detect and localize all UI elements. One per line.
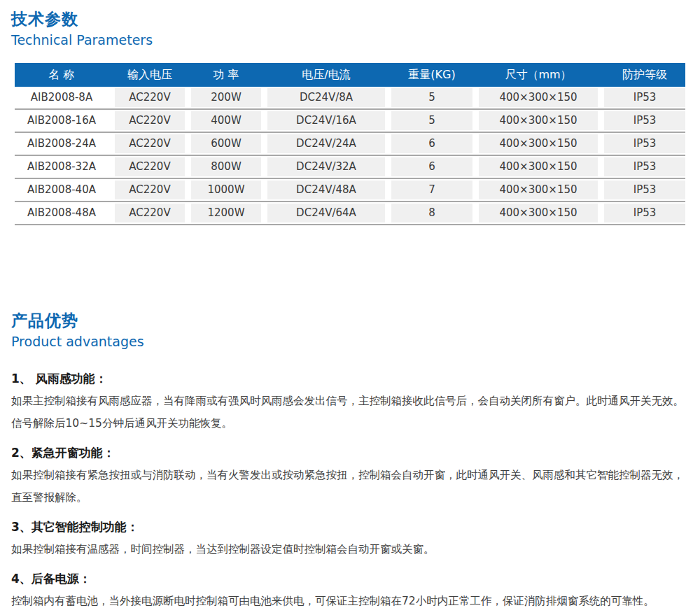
advantage-item: 1、 风雨感功能： 如果主控制箱接有风雨感应器，当有降雨或有强风时风雨感会发出信… — [11, 369, 689, 434]
column-header: 名 称 — [15, 68, 108, 83]
table-cell: AC220V — [115, 204, 185, 222]
row-separator — [15, 178, 685, 179]
advantage-body: 如果控制箱接有紧急按扭或与消防联动，当有火警发出或按动紧急按扭，控制箱会自动开窗… — [11, 464, 689, 509]
table-cell: AC220V — [115, 181, 185, 199]
column-header: 尺寸（mm） — [479, 68, 598, 83]
table-cell: AIB2008-24A — [15, 134, 108, 153]
column-header: 功 率 — [191, 68, 261, 83]
advantage-heading: 2、紧急开窗功能： — [11, 444, 689, 462]
product-advantages-section-header: 产品优势 Product advantages — [0, 225, 700, 351]
table-cell: DC24V/64A — [267, 204, 385, 222]
technical-parameters-table: 名 称输入电压功 率电压/电流重量(KG)尺寸（mm）防护等级 AIB2008-… — [15, 63, 685, 225]
advantage-body: 控制箱内有蓄电池，当外接电源断电时控制箱可由电池来供电，可保证主控制箱在72小时… — [11, 590, 689, 608]
table-cell: AIB2008-40A — [15, 181, 108, 199]
column-header: 重量(KG) — [391, 68, 472, 83]
table-cell: 400×300×150 — [479, 157, 598, 176]
table-cell: AIB2008-32A — [15, 157, 108, 176]
table-cell: 400×300×150 — [479, 204, 598, 222]
advantage-item: 2、紧急开窗功能： 如果控制箱接有紧急按扭或与消防联动，当有火警发出或按动紧急按… — [11, 444, 689, 509]
table-cell: 7 — [391, 181, 472, 199]
table-row: AIB2008-24AAC220V600WDC24V/24A6400×300×1… — [15, 134, 685, 153]
table-cell: IP53 — [604, 88, 685, 107]
table-cell: AC220V — [115, 111, 185, 130]
table-cell: IP53 — [604, 204, 685, 222]
table-cell: 5 — [391, 88, 472, 107]
table-row: AIB2008-40AAC220V1000WDC24V/48A7400×300×… — [15, 181, 685, 199]
table-cell: 400×300×150 — [479, 88, 598, 107]
row-separator — [15, 201, 685, 202]
table-cell: AC220V — [115, 88, 185, 107]
table-header-row: 名 称输入电压功 率电压/电流重量(KG)尺寸（mm）防护等级 — [15, 63, 685, 87]
table-cell: DC24V/32A — [267, 157, 385, 176]
advantage-item: 4、后备电源： 控制箱内有蓄电池，当外接电源断电时控制箱可由电池来供电，可保证主… — [11, 570, 689, 608]
product-advantages-title-en: Product advantages — [11, 332, 700, 351]
table-row: AIB2008-16AAC220V400WDC24V/16A5400×300×1… — [15, 111, 685, 130]
table-cell: 1200W — [191, 204, 261, 222]
table-cell: 400×300×150 — [479, 134, 598, 153]
table-cell: AIB2008-8A — [15, 88, 108, 107]
table-cell: DC24V/24A — [267, 134, 385, 153]
table-cell: 600W — [191, 134, 261, 153]
table-cell: DC24V/48A — [267, 181, 385, 199]
table-cell: AIB2008-16A — [15, 111, 108, 130]
technical-parameters-title-cn: 技术参数 — [11, 8, 700, 29]
table-cell: 5 — [391, 111, 472, 130]
advantage-body: 如果控制箱接有温感器，时间控制器，当达到控制器设定值时控制箱会自动开窗或关窗。 — [11, 538, 689, 560]
advantage-heading: 4、后备电源： — [11, 570, 689, 588]
table-row: AIB2008-48AAC220V1200WDC24V/64A8400×300×… — [15, 204, 685, 222]
table-cell: AC220V — [115, 157, 185, 176]
table-cell: IP53 — [604, 181, 685, 199]
column-header: 防护等级 — [604, 68, 685, 83]
product-spec-page: 技术参数 Technical Parameters 名 称输入电压功 率电压/电… — [0, 0, 700, 608]
row-separator — [15, 132, 685, 133]
table-cell: 400×300×150 — [479, 181, 598, 199]
row-separator — [15, 108, 685, 110]
table-cell: AIB2008-48A — [15, 204, 108, 222]
table-cell: 400W — [191, 111, 261, 130]
table-cell: IP53 — [604, 111, 685, 130]
advantage-item: 3、其它智能控制功能： 如果控制箱接有温感器，时间控制器，当达到控制器设定值时控… — [11, 518, 689, 560]
table-cell: IP53 — [604, 134, 685, 153]
row-separator — [15, 155, 685, 156]
advantage-heading: 1、 风雨感功能： — [11, 369, 689, 388]
table-cell: 6 — [391, 134, 472, 153]
technical-parameters-title-en: Technical Parameters — [11, 31, 700, 49]
column-header: 电压/电流 — [267, 68, 385, 83]
product-advantages-title-cn: 产品优势 — [11, 310, 700, 331]
column-header: 输入电压 — [115, 68, 185, 83]
table-cell: DC24V/8A — [267, 88, 385, 107]
advantages-list: 1、 风雨感功能： 如果主控制箱接有风雨感应器，当有降雨或有强风时风雨感会发出信… — [0, 351, 700, 608]
table-cell: AC220V — [115, 134, 185, 153]
technical-parameters-section-header: 技术参数 Technical Parameters — [0, 0, 700, 49]
advantage-heading: 3、其它智能控制功能： — [11, 518, 689, 536]
table-cell: 400×300×150 — [479, 111, 598, 130]
advantage-body: 如果主控制箱接有风雨感应器，当有降雨或有强风时风雨感会发出信号，主控制箱接收此信… — [11, 390, 689, 434]
table-cell: 1000W — [191, 181, 261, 199]
table-row: AIB2008-32AAC220V800WDC24V/32A6400×300×1… — [15, 157, 685, 176]
table-cell: 8 — [391, 204, 472, 222]
table-body: AIB2008-8AAC220V200WDC24V/8A5400×300×150… — [15, 88, 685, 225]
table-cell: 800W — [191, 157, 261, 176]
table-cell: DC24V/16A — [267, 111, 385, 130]
table-cell: 6 — [391, 157, 472, 176]
table-row: AIB2008-8AAC220V200WDC24V/8A5400×300×150… — [15, 88, 685, 107]
table-cell: IP53 — [604, 157, 685, 176]
table-cell: 200W — [191, 88, 261, 107]
